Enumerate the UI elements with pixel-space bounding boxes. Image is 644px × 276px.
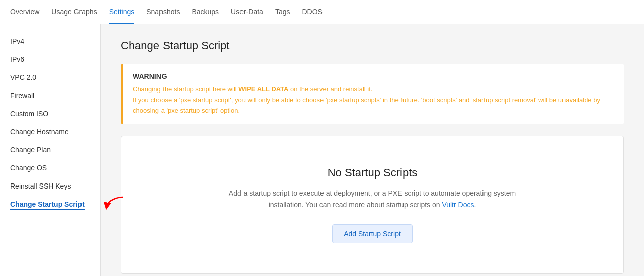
warning-title: WARNING (133, 72, 614, 80)
warning-wipe-all-data: WIPE ALL DATA (238, 85, 288, 93)
script-card: No Startup Scripts Add a startup script … (121, 136, 624, 274)
nav-settings[interactable]: Settings (109, 1, 135, 24)
top-navigation: Overview Usage Graphs Settings Snapshots… (0, 0, 644, 24)
red-arrow-indicator (103, 196, 128, 214)
nav-backups[interactable]: Backups (192, 1, 219, 24)
sidebar-item-change-os[interactable]: Change OS (0, 159, 100, 177)
main-content: Change Startup Script WARNING Changing t… (101, 24, 644, 276)
sidebar: IPv4 IPv6 VPC 2.0 Firewall Custom ISO Ch… (0, 24, 101, 276)
nav-usage-graphs[interactable]: Usage Graphs (51, 1, 97, 24)
description-after: . (474, 201, 476, 209)
no-scripts-title: No Startup Scripts (328, 166, 418, 179)
nav-user-data[interactable]: User-Data (231, 1, 263, 24)
nav-ddos[interactable]: DDOS (302, 1, 322, 24)
sidebar-item-custom-iso[interactable]: Custom ISO (0, 105, 100, 123)
sidebar-item-change-hostname[interactable]: Change Hostname (0, 123, 100, 141)
sidebar-item-firewall[interactable]: Firewall (0, 86, 100, 105)
warning-line1-before: Changing the startup script here will (133, 85, 238, 93)
warning-line2: If you choose a 'pxe startup script', yo… (133, 96, 600, 114)
warning-line1-after: on the server and reinstall it. (288, 85, 372, 93)
vultr-docs-link[interactable]: Vultr Docs (442, 201, 474, 209)
sidebar-item-vpc[interactable]: VPC 2.0 (0, 68, 100, 86)
sidebar-item-change-plan[interactable]: Change Plan (0, 141, 100, 159)
sidebar-item-change-startup-script[interactable]: Change Startup Script (0, 195, 100, 214)
nav-snapshots[interactable]: Snapshots (146, 1, 180, 24)
nav-overview[interactable]: Overview (10, 1, 39, 24)
warning-box: WARNING Changing the startup script here… (121, 64, 624, 124)
nav-tags[interactable]: Tags (275, 1, 290, 24)
page-title: Change Startup Script (121, 39, 624, 52)
main-layout: IPv4 IPv6 VPC 2.0 Firewall Custom ISO Ch… (0, 24, 644, 276)
warning-text: Changing the startup script here will WI… (133, 84, 614, 116)
sidebar-active-item-wrapper: Change Startup Script (0, 195, 100, 214)
script-card-description: Add a startup script to execute at deplo… (221, 188, 523, 210)
sidebar-item-ipv6[interactable]: IPv6 (0, 50, 100, 68)
sidebar-item-ipv4[interactable]: IPv4 (0, 32, 100, 50)
add-startup-script-button[interactable]: Add Startup Script (332, 224, 413, 243)
sidebar-item-reinstall-ssh[interactable]: Reinstall SSH Keys (0, 177, 100, 195)
